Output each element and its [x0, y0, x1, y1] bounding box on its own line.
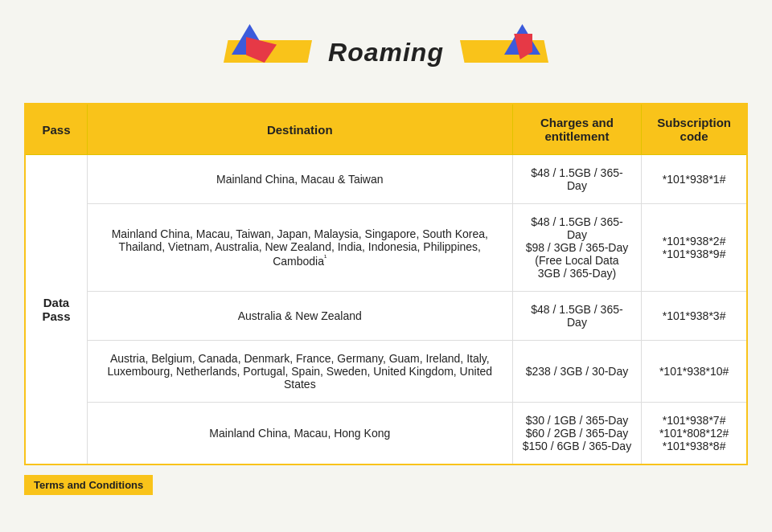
- header-banner: Roaming: [217, 16, 555, 88]
- charges-2: $48 / 1.5GB / 365-Day$98 / 3GB / 365-Day…: [512, 204, 642, 292]
- charges-1: $48 / 1.5GB / 365-Day: [512, 155, 642, 204]
- charges-4: $238 / 3GB / 30-Day: [512, 341, 642, 403]
- col-pass: Pass: [25, 104, 87, 155]
- destination-4: Austria, Belgium, Canada, Denmark, Franc…: [87, 341, 512, 403]
- destination-1: Mainland China, Macau & Taiwan: [87, 155, 512, 204]
- terms-bar: Terms and Conditions: [24, 475, 748, 495]
- pass-label: Data Pass: [25, 155, 87, 465]
- terms-label[interactable]: Terms and Conditions: [24, 475, 153, 495]
- col-charges: Charges and entitlement: [512, 104, 642, 155]
- code-4: *101*938*10#: [642, 341, 747, 403]
- code-5: *101*938*7#*101*808*12#*101*938*8#: [642, 403, 747, 465]
- code-3: *101*938*3#: [642, 292, 747, 341]
- col-destination: Destination: [87, 104, 512, 155]
- table-row: Australia & New Zealand $48 / 1.5GB / 36…: [25, 292, 747, 341]
- table-row: Austria, Belgium, Canada, Denmark, Franc…: [25, 341, 747, 403]
- table-row: Mainland China, Macau, Taiwan, Japan, Ma…: [25, 204, 747, 292]
- table-row: Data Pass Mainland China, Macau & Taiwan…: [25, 155, 747, 204]
- page-title: Roaming: [328, 38, 444, 68]
- code-1: *101*938*1#: [642, 155, 747, 204]
- charges-3: $48 / 1.5GB / 365-Day: [512, 292, 642, 341]
- destination-5: Mainland China, Macau, Hong Kong: [87, 403, 512, 465]
- table-row: Mainland China, Macau, Hong Kong $30 / 1…: [25, 403, 747, 465]
- destination-2: Mainland China, Macau, Taiwan, Japan, Ma…: [87, 204, 512, 292]
- col-subscription: Subscription code: [642, 104, 747, 155]
- roaming-table: Pass Destination Charges and entitlement…: [24, 103, 748, 465]
- code-2: *101*938*2#*101*938*9#: [642, 204, 747, 292]
- charges-5: $30 / 1GB / 365-Day$60 / 2GB / 365-Day$1…: [512, 403, 642, 465]
- destination-3: Australia & New Zealand: [87, 292, 512, 341]
